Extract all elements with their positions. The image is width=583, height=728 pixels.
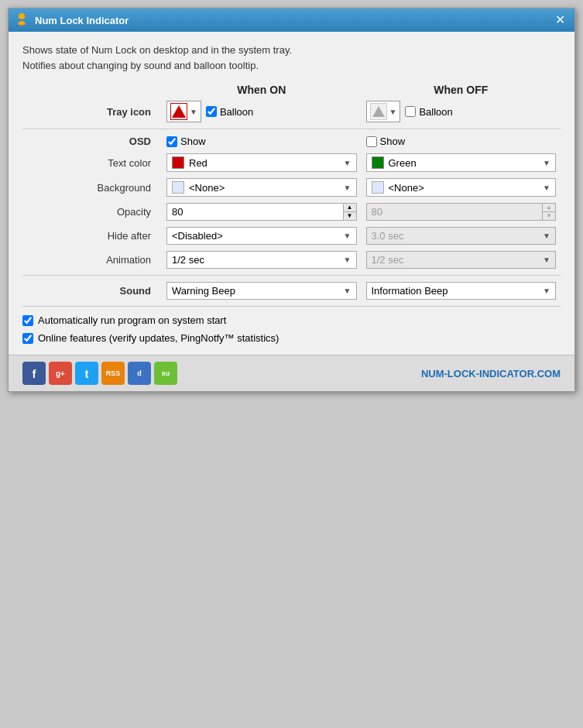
opacity-off-cell: 80 ▲ ▼ (362, 203, 561, 221)
sound-off-dropdown[interactable]: Information Beep ▼ (366, 282, 557, 300)
sound-off-inner: Information Beep (372, 285, 448, 297)
hide-after-label: Hide after (22, 230, 162, 242)
google-plus-icon[interactable]: g+ (49, 362, 72, 385)
tray-on-balloon-label: Balloon (220, 106, 253, 118)
twitter-icon[interactable]: t (75, 362, 98, 385)
animation-on-value: 1/2 sec (172, 254, 204, 266)
animation-off-value: 1/2 sec (372, 254, 404, 266)
osd-off-show: Show (366, 136, 557, 147)
sound-off-value: Information Beep (372, 285, 448, 297)
tray-off-icon (370, 103, 387, 120)
rss-icon[interactable]: RSS (101, 362, 125, 385)
tray-icon-off-button[interactable]: ▼ (366, 101, 401, 122)
social-icons: f g+ t RSS d su (22, 362, 177, 385)
hide-after-off-inner: 3.0 sec (372, 230, 404, 242)
hide-after-off-chevron: ▼ (543, 232, 550, 240)
opacity-on-spinner: 80 ▲ ▼ (166, 203, 357, 221)
background-row: Background <None> ▼ <None> ▼ (22, 178, 561, 197)
divider-2 (22, 275, 561, 276)
delicious-icon[interactable]: d (128, 362, 151, 385)
autorun-checkbox[interactable] (22, 315, 33, 326)
text-color-on-chevron: ▼ (344, 159, 352, 167)
site-link[interactable]: NUM-LOCK-INDICATOR.COM (421, 368, 561, 379)
text-color-on-inner: Red (172, 156, 207, 169)
background-on-inner: <None> (172, 181, 225, 194)
sound-on-cell: Warning Beep ▼ (162, 282, 362, 300)
close-button[interactable]: ✕ (552, 14, 568, 26)
divider-1 (22, 129, 561, 129)
text-color-on-dropdown[interactable]: Red ▼ (166, 153, 357, 172)
opacity-on-up[interactable]: ▲ (344, 204, 356, 212)
sound-off-cell: Information Beep ▼ (362, 282, 561, 300)
tray-off-balloon-checkbox[interactable] (405, 106, 416, 117)
background-off-inner: <None> (372, 181, 424, 194)
bottom-checks: Automatically run program on system star… (22, 314, 561, 344)
animation-off-inner: 1/2 sec (372, 254, 404, 266)
text-color-off-dropdown[interactable]: Green ▼ (366, 153, 557, 172)
text-color-on-swatch (172, 156, 184, 169)
opacity-off-up: ▲ (543, 204, 555, 212)
hide-after-on-chevron: ▼ (344, 232, 352, 240)
tray-on-balloon: Balloon (206, 106, 253, 118)
sound-on-dropdown[interactable]: Warning Beep ▼ (166, 282, 357, 300)
title-bar-left: Num Lock Indicator (15, 13, 129, 27)
text-color-on-cell: Red ▼ (162, 153, 362, 172)
footer: f g+ t RSS d su NUM-LOCK-INDICATOR.COM (9, 355, 574, 391)
osd-on-show-label: Show (180, 136, 206, 147)
facebook-icon[interactable]: f (22, 362, 46, 385)
animation-off-dropdown: 1/2 sec ▼ (366, 251, 557, 269)
hide-after-off-cell: 3.0 sec ▼ (362, 227, 561, 245)
description: Shows state of Num Lock on desktop and i… (22, 43, 561, 73)
opacity-on-cell: 80 ▲ ▼ (162, 203, 362, 221)
background-off-swatch (372, 181, 384, 194)
animation-on-chevron: ▼ (344, 256, 352, 264)
text-color-on-value: Red (189, 157, 207, 169)
osd-off-checkbox[interactable] (366, 136, 377, 147)
animation-on-dropdown[interactable]: 1/2 sec ▼ (166, 251, 357, 269)
tray-icon-label: Tray icon (22, 106, 162, 118)
columns-header: When ON When OFF (22, 84, 561, 96)
tray-icon-off-cell: ▼ Balloon (362, 101, 561, 122)
tray-off-balloon: Balloon (405, 106, 452, 118)
osd-on-show: Show (166, 136, 357, 147)
tray-on-icon (170, 103, 187, 120)
text-color-off-inner: Green (372, 156, 417, 169)
background-on-value: <None> (189, 182, 225, 194)
background-off-value: <None> (389, 182, 424, 194)
autorun-label: Automatically run program on system star… (38, 314, 226, 326)
opacity-label: Opacity (22, 206, 162, 218)
online-label: Online features (verify updates, PingNot… (38, 332, 279, 344)
tray-on-balloon-checkbox[interactable] (206, 106, 217, 117)
background-off-dropdown[interactable]: <None> ▼ (366, 178, 557, 197)
desc-line2: Notifies about changing by sound and bal… (22, 58, 561, 74)
text-color-row: Text color Red ▼ Green ▼ (22, 153, 561, 172)
tray-on-chevron: ▼ (190, 108, 197, 116)
divider-3 (22, 306, 561, 307)
text-color-off-chevron: ▼ (543, 159, 550, 167)
hide-after-on-inner: <Disabled> (172, 230, 223, 242)
opacity-off-spinner: 80 ▲ ▼ (366, 203, 557, 221)
animation-on-inner: 1/2 sec (172, 254, 204, 266)
osd-off-show-label: Show (380, 136, 406, 147)
svg-point-0 (19, 13, 25, 19)
osd-on-checkbox[interactable] (166, 136, 177, 147)
osd-on-cell: Show (162, 136, 362, 147)
hide-after-on-dropdown[interactable]: <Disabled> ▼ (166, 227, 357, 245)
opacity-on-down[interactable]: ▼ (344, 212, 356, 220)
main-window: Num Lock Indicator ✕ Shows state of Num … (8, 8, 575, 392)
col-when-on: When ON (162, 84, 362, 96)
background-on-dropdown[interactable]: <None> ▼ (166, 178, 357, 197)
background-on-swatch (172, 181, 184, 194)
tray-icon-on-button[interactable]: ▼ (166, 101, 201, 122)
online-checkbox[interactable] (22, 333, 33, 344)
animation-off-chevron: ▼ (543, 256, 550, 264)
sound-row: Sound Warning Beep ▼ Information Beep ▼ (22, 282, 561, 300)
sound-off-chevron: ▼ (543, 287, 550, 295)
opacity-row: Opacity 80 ▲ ▼ 80 ▲ ▼ (22, 203, 561, 221)
text-color-off-cell: Green ▼ (362, 153, 561, 172)
hide-after-on-value: <Disabled> (172, 230, 223, 242)
opacity-on-input[interactable]: 80 (167, 204, 343, 220)
sound-on-value: Warning Beep (172, 285, 235, 297)
opacity-off-buttons: ▲ ▼ (542, 204, 555, 220)
stumbleupon-icon[interactable]: su (154, 362, 177, 385)
